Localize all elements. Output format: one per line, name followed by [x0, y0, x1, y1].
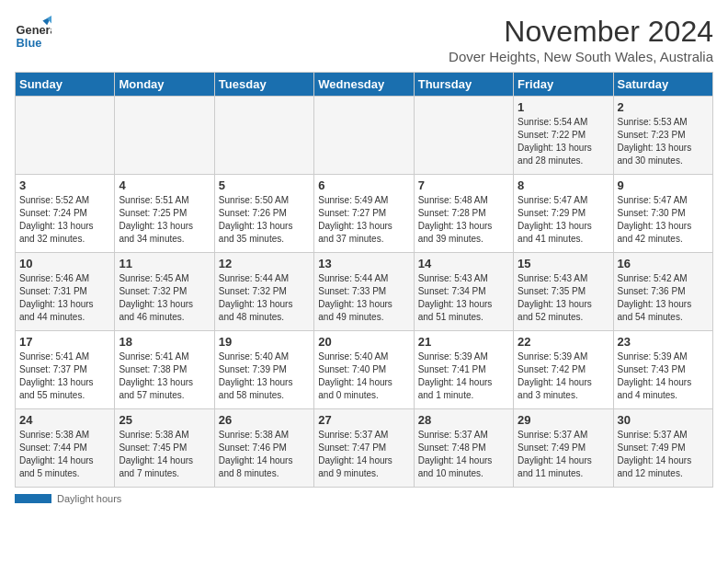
day-number: 30: [618, 413, 709, 427]
calendar-cell: 24Sunrise: 5:38 AMSunset: 7:44 PMDayligh…: [16, 409, 115, 488]
day-info: Sunrise: 5:37 AMSunset: 7:49 PMDaylight:…: [518, 429, 609, 480]
day-number: 4: [119, 178, 210, 192]
weekday-header-saturday: Saturday: [613, 73, 712, 97]
calendar-cell: 3Sunrise: 5:52 AMSunset: 7:24 PMDaylight…: [16, 175, 115, 253]
day-number: 11: [119, 257, 210, 270]
calendar-cell: 2Sunrise: 5:53 AMSunset: 7:23 PMDaylight…: [613, 97, 712, 175]
day-number: 9: [618, 178, 709, 192]
calendar-cell: 27Sunrise: 5:37 AMSunset: 7:47 PMDayligh…: [314, 409, 414, 488]
calendar-cell: 8Sunrise: 5:47 AMSunset: 7:29 PMDaylight…: [514, 175, 613, 253]
day-info: Sunrise: 5:42 AMSunset: 7:36 PMDaylight:…: [618, 272, 709, 324]
logo: General Blue: [15, 15, 51, 52]
title-block: November 2024 Dover Heights, New South W…: [449, 15, 713, 64]
day-info: Sunrise: 5:37 AMSunset: 7:47 PMDaylight:…: [318, 429, 409, 480]
calendar-cell: 12Sunrise: 5:44 AMSunset: 7:32 PMDayligh…: [214, 253, 313, 331]
calendar-cell: 18Sunrise: 5:41 AMSunset: 7:38 PMDayligh…: [115, 331, 214, 409]
day-info: Sunrise: 5:46 AMSunset: 7:31 PMDaylight:…: [19, 272, 110, 324]
calendar-cell: 1Sunrise: 5:54 AMSunset: 7:22 PMDaylight…: [514, 97, 613, 175]
calendar-cell: 17Sunrise: 5:41 AMSunset: 7:37 PMDayligh…: [16, 331, 115, 409]
day-info: Sunrise: 5:43 AMSunset: 7:34 PMDaylight:…: [418, 272, 509, 324]
day-info: Sunrise: 5:51 AMSunset: 7:25 PMDaylight:…: [119, 194, 210, 246]
calendar-cell: [214, 97, 313, 175]
day-info: Sunrise: 5:37 AMSunset: 7:48 PMDaylight:…: [418, 429, 509, 480]
daylight-label: Daylight hours: [57, 493, 121, 504]
day-number: 7: [418, 178, 509, 192]
day-number: 20: [318, 335, 409, 349]
calendar-cell: [16, 97, 115, 175]
main-title: November 2024: [449, 15, 713, 49]
weekday-header-thursday: Thursday: [414, 73, 513, 97]
day-number: 10: [19, 257, 110, 270]
day-info: Sunrise: 5:38 AMSunset: 7:44 PMDaylight:…: [19, 429, 110, 480]
calendar-cell: 28Sunrise: 5:37 AMSunset: 7:48 PMDayligh…: [414, 409, 513, 488]
calendar-cell: 30Sunrise: 5:37 AMSunset: 7:49 PMDayligh…: [613, 409, 712, 488]
calendar-cell: 7Sunrise: 5:48 AMSunset: 7:28 PMDaylight…: [414, 175, 513, 253]
day-info: Sunrise: 5:38 AMSunset: 7:46 PMDaylight:…: [219, 429, 310, 480]
calendar-cell: 29Sunrise: 5:37 AMSunset: 7:49 PMDayligh…: [514, 409, 613, 488]
calendar-cell: 22Sunrise: 5:39 AMSunset: 7:42 PMDayligh…: [514, 331, 613, 409]
weekday-header-wednesday: Wednesday: [314, 73, 414, 97]
day-number: 22: [518, 335, 609, 349]
calendar-cell: 14Sunrise: 5:43 AMSunset: 7:34 PMDayligh…: [414, 253, 513, 331]
calendar-cell: 6Sunrise: 5:49 AMSunset: 7:27 PMDaylight…: [314, 175, 414, 253]
calendar-cell: [314, 97, 414, 175]
logo-icon: General Blue: [15, 15, 51, 52]
day-number: 23: [618, 335, 709, 349]
day-number: 2: [618, 100, 709, 114]
day-info: Sunrise: 5:45 AMSunset: 7:32 PMDaylight:…: [119, 272, 210, 324]
day-number: 27: [318, 413, 409, 427]
day-number: 17: [19, 335, 110, 349]
calendar-cell: 9Sunrise: 5:47 AMSunset: 7:30 PMDaylight…: [613, 175, 712, 253]
day-info: Sunrise: 5:44 AMSunset: 7:33 PMDaylight:…: [318, 272, 409, 324]
day-number: 25: [119, 413, 210, 427]
calendar-table: SundayMondayTuesdayWednesdayThursdayFrid…: [15, 72, 713, 488]
day-number: 21: [418, 335, 509, 349]
day-number: 1: [518, 100, 609, 114]
calendar-cell: 10Sunrise: 5:46 AMSunset: 7:31 PMDayligh…: [16, 253, 115, 331]
day-number: 26: [219, 413, 310, 427]
weekday-header-sunday: Sunday: [16, 73, 115, 97]
day-number: 8: [518, 178, 609, 192]
day-number: 24: [19, 413, 110, 427]
day-info: Sunrise: 5:41 AMSunset: 7:38 PMDaylight:…: [119, 350, 210, 402]
day-number: 29: [518, 413, 609, 427]
day-info: Sunrise: 5:40 AMSunset: 7:40 PMDaylight:…: [318, 350, 409, 402]
day-number: 13: [318, 257, 409, 270]
day-number: 18: [119, 335, 210, 349]
calendar-cell: 11Sunrise: 5:45 AMSunset: 7:32 PMDayligh…: [115, 253, 214, 331]
calendar-cell: 5Sunrise: 5:50 AMSunset: 7:26 PMDaylight…: [214, 175, 313, 253]
calendar-cell: [115, 97, 214, 175]
calendar-cell: [414, 97, 513, 175]
day-info: Sunrise: 5:39 AMSunset: 7:41 PMDaylight:…: [418, 350, 509, 402]
day-number: 19: [219, 335, 310, 349]
calendar-cell: 19Sunrise: 5:40 AMSunset: 7:39 PMDayligh…: [214, 331, 313, 409]
day-number: 12: [219, 257, 310, 270]
calendar-cell: 26Sunrise: 5:38 AMSunset: 7:46 PMDayligh…: [214, 409, 313, 488]
day-info: Sunrise: 5:37 AMSunset: 7:49 PMDaylight:…: [618, 429, 709, 480]
day-info: Sunrise: 5:52 AMSunset: 7:24 PMDaylight:…: [19, 194, 110, 246]
day-info: Sunrise: 5:41 AMSunset: 7:37 PMDaylight:…: [19, 350, 110, 402]
calendar-cell: 16Sunrise: 5:42 AMSunset: 7:36 PMDayligh…: [613, 253, 712, 331]
day-info: Sunrise: 5:50 AMSunset: 7:26 PMDaylight:…: [219, 194, 310, 246]
weekday-header-monday: Monday: [115, 73, 214, 97]
day-info: Sunrise: 5:38 AMSunset: 7:45 PMDaylight:…: [119, 429, 210, 480]
day-info: Sunrise: 5:53 AMSunset: 7:23 PMDaylight:…: [618, 116, 709, 167]
calendar-cell: 21Sunrise: 5:39 AMSunset: 7:41 PMDayligh…: [414, 331, 513, 409]
subtitle: Dover Heights, New South Wales, Australi…: [449, 49, 713, 64]
calendar-cell: 20Sunrise: 5:40 AMSunset: 7:40 PMDayligh…: [314, 331, 414, 409]
day-number: 14: [418, 257, 509, 270]
svg-text:General: General: [17, 23, 51, 37]
daylight-bar-icon: [15, 494, 51, 503]
day-number: 16: [618, 257, 709, 270]
day-info: Sunrise: 5:39 AMSunset: 7:42 PMDaylight:…: [518, 350, 609, 402]
day-info: Sunrise: 5:48 AMSunset: 7:28 PMDaylight:…: [418, 194, 509, 246]
calendar-header: SundayMondayTuesdayWednesdayThursdayFrid…: [16, 73, 713, 97]
day-number: 5: [219, 178, 310, 192]
day-info: Sunrise: 5:47 AMSunset: 7:29 PMDaylight:…: [518, 194, 609, 246]
day-info: Sunrise: 5:47 AMSunset: 7:30 PMDaylight:…: [618, 194, 709, 246]
day-info: Sunrise: 5:40 AMSunset: 7:39 PMDaylight:…: [219, 350, 310, 402]
calendar-cell: 4Sunrise: 5:51 AMSunset: 7:25 PMDaylight…: [115, 175, 214, 253]
svg-text:Blue: Blue: [17, 36, 42, 50]
calendar-cell: 13Sunrise: 5:44 AMSunset: 7:33 PMDayligh…: [314, 253, 414, 331]
day-info: Sunrise: 5:43 AMSunset: 7:35 PMDaylight:…: [518, 272, 609, 324]
